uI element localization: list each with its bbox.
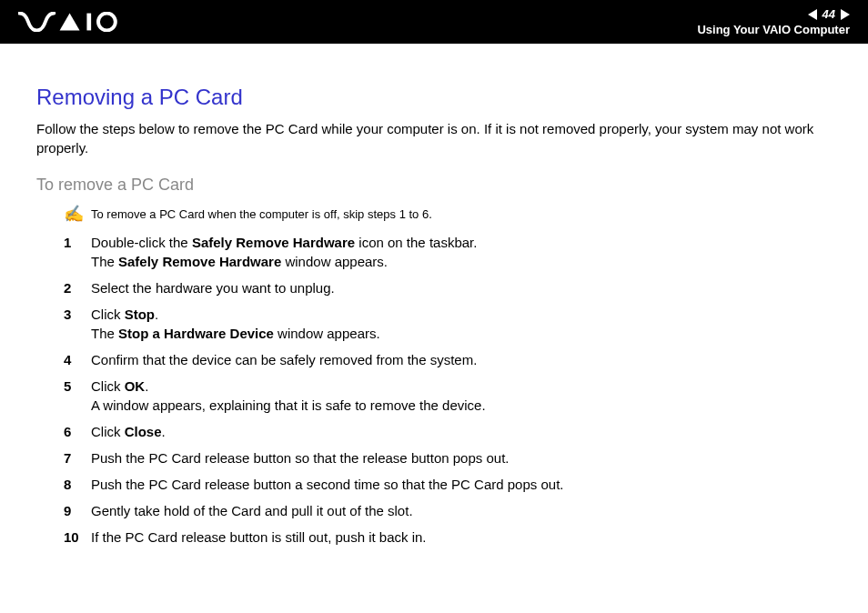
note-text: To remove a PC Card when the computer is… (91, 207, 432, 221)
content-area: Removing a PC Card Follow the steps belo… (0, 44, 868, 572)
step-text: Gently take hold of the Card and pull it… (91, 501, 832, 520)
step-item: 2Select the hardware you want to unplug. (36, 278, 832, 297)
section-name: Using Your VAIO Computer (697, 23, 850, 36)
step-text: Click OK.A window appears, explaining th… (91, 377, 832, 415)
step-number: 9 (64, 501, 91, 520)
nav-next-icon[interactable] (841, 9, 850, 20)
step-item: 3Click Stop.The Stop a Hardware Device w… (36, 305, 832, 343)
steps-list: 1Double-click the Safely Remove Hardware… (36, 233, 832, 547)
step-text: Select the hardware you want to unplug. (91, 278, 832, 297)
step-number: 5 (64, 377, 91, 396)
step-item: 9Gently take hold of the Card and pull i… (36, 501, 832, 520)
step-text: Push the PC Card release button a second… (91, 475, 832, 494)
step-item: 1Double-click the Safely Remove Hardware… (36, 233, 832, 271)
step-item: 8Push the PC Card release button a secon… (36, 475, 832, 494)
step-number: 7 (64, 448, 91, 467)
step-number: 8 (64, 475, 91, 494)
step-number: 6 (64, 422, 91, 441)
step-item: 4Confirm that the device can be safely r… (36, 350, 832, 369)
page-title: Removing a PC Card (36, 85, 832, 110)
header-right: 44 Using Your VAIO Computer (697, 0, 850, 44)
intro-paragraph: Follow the steps below to remove the PC … (36, 119, 832, 157)
step-text: Click Stop.The Stop a Hardware Device wi… (91, 305, 832, 343)
step-number: 2 (64, 278, 91, 297)
svg-point-1 (98, 14, 116, 31)
note-block: ✍ To remove a PC Card when the computer … (64, 207, 832, 222)
vaio-logo (18, 0, 133, 44)
step-number: 10 (64, 528, 91, 547)
step-text: If the PC Card release button is still o… (91, 528, 832, 547)
page-number: 44 (823, 7, 835, 21)
svg-rect-0 (86, 14, 91, 31)
step-text: Double-click the Safely Remove Hardware … (91, 233, 832, 271)
step-text: Click Close. (91, 422, 832, 441)
note-icon: ✍ (64, 206, 84, 222)
step-number: 1 (64, 233, 91, 252)
step-item: 7Push the PC Card release button so that… (36, 448, 832, 467)
step-number: 3 (64, 305, 91, 324)
step-item: 5Click OK.A window appears, explaining t… (36, 377, 832, 415)
step-item: 10If the PC Card release button is still… (36, 528, 832, 547)
step-text: Confirm that the device can be safely re… (91, 350, 832, 369)
step-number: 4 (64, 350, 91, 369)
page-nav: 44 (808, 7, 850, 21)
step-text: Push the PC Card release button so that … (91, 448, 832, 467)
step-item: 6Click Close. (36, 422, 832, 441)
subheading: To remove a PC Card (36, 176, 832, 195)
nav-prev-icon[interactable] (808, 9, 817, 20)
header-bar: 44 Using Your VAIO Computer (0, 0, 868, 44)
